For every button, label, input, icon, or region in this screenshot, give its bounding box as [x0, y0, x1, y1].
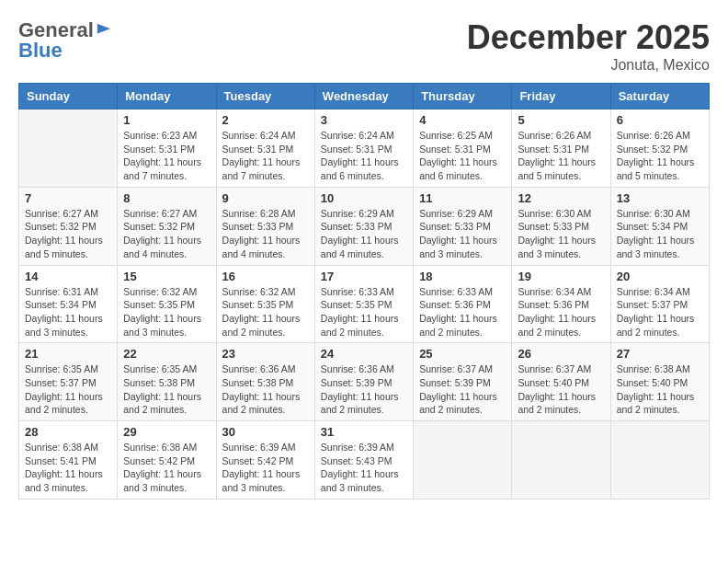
day-number: 5 — [518, 113, 604, 127]
daylight-text: and 3 minutes. — [25, 327, 88, 338]
calendar-cell: 29Sunrise: 6:38 AMSunset: 5:42 PMDayligh… — [118, 421, 216, 500]
sunrise-text: Sunrise: 6:36 AM — [321, 363, 394, 374]
sunset-text: Sunset: 5:38 PM — [123, 377, 195, 388]
sunset-text: Sunset: 5:33 PM — [518, 221, 589, 232]
day-info: Sunrise: 6:24 AMSunset: 5:31 PMDaylight:… — [321, 129, 407, 183]
day-info: Sunrise: 6:25 AMSunset: 5:31 PMDaylight:… — [419, 129, 506, 183]
calendar-cell: 25Sunrise: 6:37 AMSunset: 5:39 PMDayligh… — [414, 343, 512, 421]
day-info: Sunrise: 6:39 AMSunset: 5:42 PMDaylight:… — [222, 441, 309, 495]
daylight-text: Daylight: 11 hours — [518, 391, 596, 402]
daylight-text: and 2 minutes. — [321, 327, 384, 338]
sunset-text: Sunset: 5:35 PM — [123, 299, 195, 310]
day-number: 21 — [25, 347, 111, 361]
calendar-cell: 5Sunrise: 6:26 AMSunset: 5:31 PMDaylight… — [512, 109, 610, 188]
calendar-cell: 3Sunrise: 6:24 AMSunset: 5:31 PMDaylight… — [314, 109, 413, 188]
daylight-text: Daylight: 11 hours — [321, 156, 399, 167]
day-info: Sunrise: 6:26 AMSunset: 5:31 PMDaylight:… — [518, 129, 604, 183]
daylight-text: and 2 minutes. — [419, 327, 483, 338]
daylight-text: and 3 minutes. — [617, 248, 680, 259]
day-info: Sunrise: 6:31 AMSunset: 5:34 PMDaylight:… — [25, 285, 111, 339]
sunset-text: Sunset: 5:32 PM — [123, 221, 195, 232]
sunset-text: Sunset: 5:35 PM — [321, 299, 392, 310]
daylight-text: and 3 minutes. — [25, 482, 88, 493]
day-info: Sunrise: 6:36 AMSunset: 5:39 PMDaylight:… — [321, 362, 407, 417]
sunrise-text: Sunrise: 6:38 AM — [123, 442, 197, 453]
calendar-cell: 4Sunrise: 6:25 AMSunset: 5:31 PMDaylight… — [414, 109, 512, 188]
sunrise-text: Sunrise: 6:32 AM — [123, 286, 197, 297]
day-number: 29 — [123, 425, 210, 439]
calendar-cell — [512, 421, 610, 500]
sunset-text: Sunset: 5:31 PM — [419, 144, 491, 155]
day-number: 17 — [321, 270, 407, 283]
day-info: Sunrise: 6:36 AMSunset: 5:38 PMDaylight:… — [222, 362, 309, 417]
day-info: Sunrise: 6:32 AMSunset: 5:35 PMDaylight:… — [123, 285, 210, 339]
calendar-cell: 11Sunrise: 6:29 AMSunset: 5:33 PMDayligh… — [414, 187, 512, 265]
daylight-text: Daylight: 11 hours — [222, 468, 301, 479]
day-number: 22 — [123, 347, 210, 361]
sunset-text: Sunset: 5:41 PM — [25, 455, 97, 466]
calendar-cell: 13Sunrise: 6:30 AMSunset: 5:34 PMDayligh… — [610, 187, 709, 265]
daylight-text: Daylight: 11 hours — [617, 313, 695, 324]
day-number: 24 — [321, 347, 407, 361]
day-info: Sunrise: 6:39 AMSunset: 5:43 PMDaylight:… — [321, 441, 407, 495]
daylight-text: and 3 minutes. — [123, 482, 187, 493]
daylight-text: Daylight: 11 hours — [222, 391, 301, 402]
daylight-text: Daylight: 11 hours — [123, 313, 201, 324]
calendar-cell: 1Sunrise: 6:23 AMSunset: 5:31 PMDaylight… — [118, 109, 216, 188]
daylight-text: Daylight: 11 hours — [123, 468, 201, 479]
week-row-4: 21Sunrise: 6:35 AMSunset: 5:37 PMDayligh… — [19, 343, 710, 421]
location-text: Jonuta, Mexico — [467, 57, 710, 74]
sunrise-text: Sunrise: 6:34 AM — [518, 286, 591, 297]
daylight-text: Daylight: 11 hours — [321, 391, 399, 402]
sunrise-text: Sunrise: 6:24 AM — [321, 130, 394, 141]
day-info: Sunrise: 6:26 AMSunset: 5:32 PMDaylight:… — [617, 129, 703, 183]
daylight-text: Daylight: 11 hours — [419, 156, 497, 167]
day-number: 18 — [419, 270, 506, 283]
calendar-cell: 18Sunrise: 6:33 AMSunset: 5:36 PMDayligh… — [414, 265, 512, 343]
day-info: Sunrise: 6:33 AMSunset: 5:35 PMDaylight:… — [321, 285, 407, 339]
calendar-cell: 7Sunrise: 6:27 AMSunset: 5:32 PMDaylight… — [19, 187, 118, 265]
day-number: 7 — [25, 191, 111, 205]
daylight-text: Daylight: 11 hours — [321, 313, 399, 324]
sunrise-text: Sunrise: 6:26 AM — [518, 130, 591, 141]
daylight-text: Daylight: 11 hours — [25, 235, 103, 246]
sunset-text: Sunset: 5:39 PM — [419, 377, 491, 388]
daylight-text: and 2 minutes. — [222, 327, 286, 338]
day-number: 2 — [222, 113, 309, 127]
page-header: General Blue December 2025 Jonuta, Mexic… — [18, 18, 710, 74]
daylight-text: and 5 minutes. — [25, 248, 88, 259]
day-info: Sunrise: 6:32 AMSunset: 5:35 PMDaylight:… — [222, 285, 309, 339]
sunset-text: Sunset: 5:33 PM — [321, 221, 392, 232]
daylight-text: Daylight: 11 hours — [518, 156, 596, 167]
day-info: Sunrise: 6:34 AMSunset: 5:36 PMDaylight:… — [518, 285, 604, 339]
calendar-cell: 28Sunrise: 6:38 AMSunset: 5:41 PMDayligh… — [19, 421, 118, 500]
sunset-text: Sunset: 5:36 PM — [518, 299, 589, 310]
daylight-text: Daylight: 11 hours — [419, 313, 497, 324]
sunrise-text: Sunrise: 6:37 AM — [518, 363, 591, 374]
day-info: Sunrise: 6:28 AMSunset: 5:33 PMDaylight:… — [222, 207, 309, 261]
day-number: 20 — [617, 270, 703, 283]
sunrise-text: Sunrise: 6:36 AM — [222, 363, 296, 374]
calendar-cell: 6Sunrise: 6:26 AMSunset: 5:32 PMDaylight… — [610, 109, 709, 188]
day-info: Sunrise: 6:38 AMSunset: 5:40 PMDaylight:… — [617, 362, 703, 417]
daylight-text: and 7 minutes. — [123, 170, 187, 181]
weekday-header-tuesday: Tuesday — [216, 84, 314, 109]
calendar-cell — [610, 421, 709, 500]
daylight-text: Daylight: 11 hours — [123, 235, 201, 246]
daylight-text: Daylight: 11 hours — [518, 235, 596, 246]
daylight-text: and 3 minutes. — [321, 482, 384, 493]
logo: General Blue — [18, 18, 112, 63]
week-row-3: 14Sunrise: 6:31 AMSunset: 5:34 PMDayligh… — [19, 265, 710, 343]
daylight-text: and 2 minutes. — [321, 404, 384, 415]
sunrise-text: Sunrise: 6:37 AM — [419, 363, 493, 374]
daylight-text: Daylight: 11 hours — [25, 313, 103, 324]
daylight-text: and 2 minutes. — [518, 404, 581, 415]
calendar-cell: 16Sunrise: 6:32 AMSunset: 5:35 PMDayligh… — [216, 265, 314, 343]
sunrise-text: Sunrise: 6:33 AM — [419, 286, 493, 297]
sunrise-text: Sunrise: 6:30 AM — [518, 208, 591, 219]
sunrise-text: Sunrise: 6:38 AM — [25, 442, 98, 453]
daylight-text: Daylight: 11 hours — [617, 156, 695, 167]
sunrise-text: Sunrise: 6:35 AM — [123, 363, 197, 374]
day-number: 6 — [617, 113, 703, 127]
calendar-cell: 19Sunrise: 6:34 AMSunset: 5:36 PMDayligh… — [512, 265, 610, 343]
